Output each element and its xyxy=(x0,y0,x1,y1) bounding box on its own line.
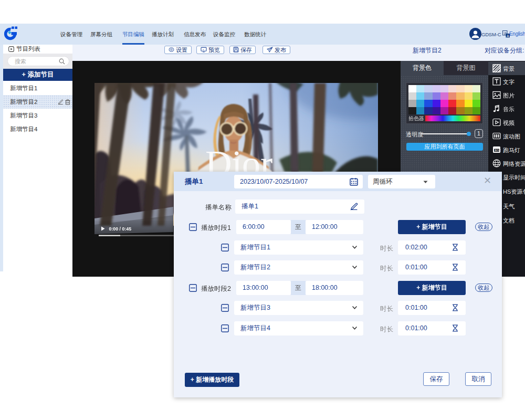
svg-text:0:00 / 0:45: 0:00 / 0:45 xyxy=(109,226,132,232)
svg-text:跑马灯: 跑马灯 xyxy=(495,149,501,152)
